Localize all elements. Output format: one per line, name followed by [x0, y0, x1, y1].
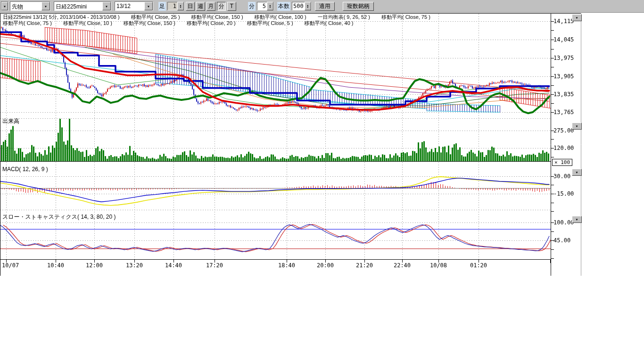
volume-pane-dropdown-button[interactable]: ▼	[572, 123, 582, 130]
time-axis-label: 01:20	[467, 262, 490, 269]
category-select[interactable]: 先物 ▼	[10, 1, 50, 11]
bar-interval-value: 1	[168, 3, 177, 9]
stochastics-pane-label: スロー・ストキャスティクス( 14, 3, 80, 20 )	[2, 213, 116, 221]
symbol-select[interactable]: 日経225mini ▼	[54, 1, 111, 11]
multi-symbol-button[interactable]: 複数銘柄	[343, 2, 374, 11]
volume-multiplier-badge: × 100	[552, 159, 572, 166]
bar-count-label: 本数	[277, 2, 290, 11]
macd-pane-label: MACD( 12, 26, 9 )	[2, 166, 48, 173]
time-axis-label: 22:40	[390, 262, 414, 269]
indicator-label: 移動平均( Close, 75 )	[381, 14, 430, 21]
symbol-select-value: 日経225mini	[54, 2, 102, 10]
price-axis-label: 14,045	[553, 36, 579, 43]
indicator-label: 移動平均( Close, 10 )	[63, 20, 112, 27]
price-pane-dropdown-button[interactable]: ▼	[572, 14, 582, 21]
contract-month-select[interactable]: 13/12 ▼	[115, 1, 153, 11]
time-axis-label: 20:00	[314, 262, 337, 269]
chevron-down-icon[interactable]: ▼	[1, 2, 8, 10]
period-month-button[interactable]: 月	[206, 2, 215, 11]
price-axis-label: 13,765	[553, 109, 579, 115]
period-day-button[interactable]: 日	[186, 2, 195, 11]
chart-application-window: ▼ 先物 ▼ 日経225mini ▼ 13/12 ▼ 足 1 ▲▼ 日 週 月 …	[0, 0, 644, 362]
price-axis-label: 13,835	[553, 91, 579, 98]
period-minute-button[interactable]: 分	[217, 2, 226, 11]
legend-row-2: 移動平均( Close, 75 ) 移動平均( Close, 10 ) 移動平均…	[3, 20, 354, 27]
indicator-label: 移動平均( Close, 40 )	[305, 20, 354, 27]
chevron-down-icon: ▼	[575, 125, 578, 128]
chevron-down-icon: ▼	[575, 16, 578, 19]
bar-count-spinner[interactable]: 500 ▲▼	[292, 2, 312, 10]
stoch-axis-label: 45.00	[553, 237, 579, 244]
time-axis-label: 14:40	[162, 262, 185, 269]
mini-dropdown[interactable]: ▼	[1, 1, 8, 11]
period-tick-button[interactable]: T	[227, 2, 236, 11]
indicator-label: 移動平均( Close, 5 )	[247, 20, 293, 27]
time-axis-label: 21:20	[353, 262, 376, 269]
chevron-down-icon[interactable]: ▼	[41, 2, 50, 10]
time-axis-label: 18:40	[275, 262, 298, 269]
volume-axis-label: 120.00	[553, 145, 579, 151]
spinner-arrows-icon[interactable]: ▲▼	[305, 2, 311, 10]
time-axis-label: 10/07	[2, 262, 23, 269]
stoch-pane-dropdown-button[interactable]: ▼	[572, 216, 582, 223]
toolbar: ▼ 先物 ▼ 日経225mini ▼ 13/12 ▼ 足 1 ▲▼ 日 週 月 …	[0, 0, 644, 13]
spinner-arrows-icon[interactable]: ▲▼	[177, 2, 184, 10]
price-axis-label: 13,975	[553, 55, 579, 61]
chart-plot-area[interactable]	[0, 0, 644, 362]
contract-month-value: 13/12	[115, 2, 144, 10]
bar-interval-spinner[interactable]: 1 ▲▼	[167, 2, 184, 10]
indicator-label: 移動平均( Close, 150 )	[124, 20, 175, 27]
bar-count-value: 500	[292, 3, 305, 9]
indicator-label: 移動平均( Close, 20 )	[187, 20, 236, 27]
period-week-button[interactable]: 週	[196, 2, 205, 11]
price-axis-label: 13,905	[553, 73, 579, 80]
time-axis-label: 10:40	[44, 262, 67, 269]
chevron-down-icon[interactable]: ▼	[144, 2, 153, 10]
chevron-down-icon: ▼	[575, 171, 578, 174]
minute-value: 5	[257, 3, 267, 9]
minute-value-spinner[interactable]: 5 ▲▼	[257, 2, 274, 10]
time-axis-label: 13:20	[123, 262, 146, 269]
spinner-arrows-icon[interactable]: ▲▼	[267, 2, 273, 10]
bar-type-label: 足	[158, 2, 166, 11]
macd-axis-label: -15.00	[553, 190, 579, 197]
volume-pane-label: 出来高	[2, 117, 19, 125]
time-axis-label: 17:20	[203, 262, 226, 269]
chevron-down-icon: ▼	[575, 218, 578, 221]
time-axis-label: 12:00	[83, 262, 106, 269]
time-axis-label: 10/08	[427, 262, 450, 269]
category-select-value: 先物	[10, 2, 41, 10]
indicator-label: 移動平均( Close, 75 )	[3, 20, 52, 27]
apply-button[interactable]: 適用	[315, 2, 335, 11]
chevron-down-icon[interactable]: ▼	[102, 2, 111, 10]
minute-unit-label: 分	[248, 2, 256, 11]
macd-pane-dropdown-button[interactable]: ▼	[572, 169, 582, 176]
